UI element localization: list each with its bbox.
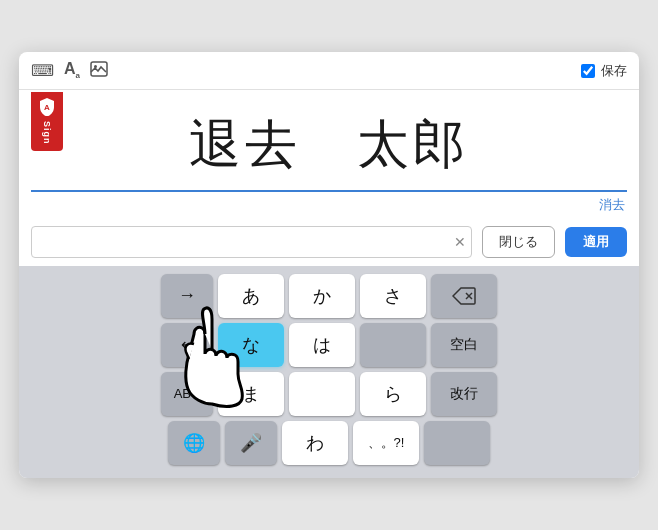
key-ra[interactable]: ら [360,372,426,416]
key-backspace[interactable] [431,274,497,318]
toolbar-left: ⌨ Aa [31,60,108,80]
close-button[interactable]: 閉じる [482,226,555,258]
key-ma[interactable]: ま [218,372,284,416]
keyboard-row-1: ↩ な は 空白 [25,323,633,367]
key-ya[interactable] [289,372,355,416]
key-na[interactable]: な [218,323,284,367]
key-undo[interactable]: ↩ [161,323,213,367]
sign-badge: A Sign [31,92,63,151]
keyboard-row-0: → あ か さ [25,274,633,318]
keyboard-row-2: ABC ま ら 改行 [25,372,633,416]
key-enter[interactable]: 改行 [431,372,497,416]
text-content: 退去 太郎 [189,110,469,180]
toolbar-right: 保存 [581,62,627,80]
key-mic[interactable]: 🎤 [225,421,277,465]
clear-row: 消去 [19,192,639,218]
save-checkbox[interactable] [581,64,595,78]
input-row: ✕ 閉じる 適用 [19,218,639,266]
key-ka[interactable]: か [289,274,355,318]
toolbar: ⌨ Aa 保存 [19,52,639,89]
text-input[interactable] [31,226,472,258]
apply-button[interactable]: 適用 [565,227,627,257]
key-sa[interactable]: さ [360,274,426,318]
key-empty1[interactable] [360,323,426,367]
text-icon[interactable]: Aa [64,60,80,80]
key-a[interactable]: あ [218,274,284,318]
svg-text:A: A [44,103,50,112]
key-abc[interactable]: ABC [161,372,213,416]
save-label: 保存 [601,62,627,80]
key-globe[interactable]: 🌐 [168,421,220,465]
text-display: 退去 太郎 [19,90,639,190]
sign-badge-text: Sign [42,121,52,145]
key-punct[interactable]: 、。?! [353,421,419,465]
sign-badge-icon: A [38,96,56,119]
input-clear-button[interactable]: ✕ [454,234,466,250]
keyboard-row-3: 🌐 🎤 わ 、。?! [25,421,633,465]
key-arrow-right[interactable]: → [161,274,213,318]
keyboard: → あ か さ ↩ な は 空白 ABC ま ら [19,266,639,478]
keyboard-icon[interactable]: ⌨ [31,61,54,80]
key-wa[interactable]: わ [282,421,348,465]
app-container: ⌨ Aa 保存 A Sign 退去 太郎 [19,52,639,477]
clear-button[interactable]: 消去 [599,196,625,214]
key-space[interactable]: 空白 [431,323,497,367]
key-ha[interactable]: は [289,323,355,367]
key-empty2[interactable] [424,421,490,465]
image-icon[interactable] [90,61,108,81]
